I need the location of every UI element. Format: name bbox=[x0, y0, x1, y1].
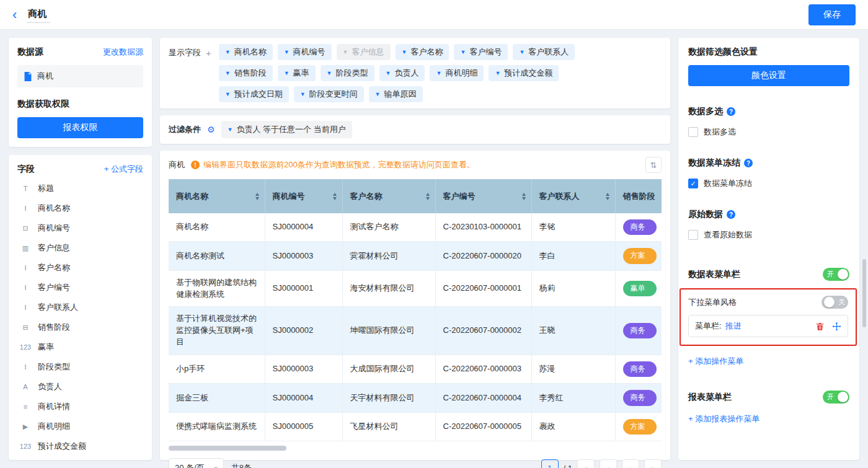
display-field-chip[interactable]: 客户联系人 bbox=[513, 44, 575, 60]
column-header[interactable]: 客户联系人 bbox=[531, 179, 615, 213]
change-datasource-link[interactable]: 更改数据源 bbox=[103, 46, 143, 58]
display-field-chip[interactable]: 客户编号 bbox=[454, 44, 508, 60]
field-list-item[interactable]: ⊡ 商机编号 bbox=[17, 218, 143, 238]
sort-icon[interactable] bbox=[255, 191, 259, 202]
field-list-item[interactable]: 123 预计成交金额 bbox=[17, 436, 143, 456]
field-list-item[interactable]: T 标题 bbox=[17, 179, 143, 198]
display-field-chip[interactable]: 输单原因 bbox=[369, 86, 423, 102]
vertical-scrollbar-thumb[interactable] bbox=[862, 259, 866, 327]
table-menu-toggle[interactable]: 开 bbox=[823, 268, 849, 281]
chevron-down-icon[interactable] bbox=[375, 91, 381, 97]
display-field-chip[interactable]: 销售阶段 bbox=[219, 65, 273, 81]
page-size-select[interactable]: 20 条/页 ▾ bbox=[169, 458, 224, 468]
column-header[interactable]: 客户编号 bbox=[435, 179, 531, 213]
chevron-down-icon[interactable] bbox=[519, 49, 525, 55]
field-list-item[interactable]: I 商机名称 bbox=[17, 198, 143, 218]
chevron-down-icon[interactable] bbox=[495, 70, 500, 76]
table-row[interactable]: 商机名称测试 SJ0000003 蓂霍材料公司 C-20220607-00000… bbox=[169, 242, 662, 270]
add-display-field-icon[interactable]: + bbox=[206, 48, 211, 58]
back-icon[interactable]: ‹ bbox=[12, 8, 17, 22]
multi-select-option[interactable]: 数据多选 bbox=[688, 126, 849, 138]
menu-freeze-checkbox[interactable] bbox=[688, 179, 698, 188]
display-field-chip[interactable]: 赢率 bbox=[278, 65, 316, 81]
chevron-down-icon[interactable] bbox=[225, 49, 231, 55]
add-formula-field-link[interactable]: + 公式字段 bbox=[104, 164, 143, 175]
display-field-chip[interactable]: 预计成交金额 bbox=[489, 65, 559, 81]
display-field-chip[interactable]: 商机编号 bbox=[278, 44, 332, 60]
menu-bar-value[interactable]: 推进 bbox=[725, 320, 742, 332]
sort-icon[interactable] bbox=[426, 191, 430, 202]
filter-condition-chip[interactable]: 负责人 等于任意一个 当前用户 bbox=[221, 121, 352, 138]
chevron-down-icon[interactable] bbox=[386, 70, 391, 76]
display-field-chip[interactable]: 客户信息 bbox=[337, 44, 391, 60]
column-header[interactable]: 销售阶段 bbox=[615, 179, 662, 213]
field-list-item[interactable]: I 客户联系人 bbox=[17, 298, 143, 317]
dropdown-style-toggle[interactable]: 关 bbox=[822, 296, 848, 309]
report-menu-toggle[interactable]: 开 bbox=[823, 391, 849, 404]
field-list-item[interactable]: A 负责人 bbox=[17, 377, 143, 397]
report-permission-button[interactable]: 报表权限 bbox=[17, 117, 143, 138]
chevron-down-icon[interactable] bbox=[402, 49, 407, 55]
table-row[interactable]: 商机名称 SJ0000004 测试客户名称 C-20230103-0000001… bbox=[169, 213, 662, 242]
raw-data-option[interactable]: 查看原始数据 bbox=[688, 229, 849, 241]
help-icon[interactable]: ? bbox=[727, 107, 735, 116]
chevron-down-icon[interactable] bbox=[225, 91, 231, 97]
table-row[interactable]: 基于物联网的建筑结构健康检测系统 SJ0000001 海安材料有限公司 C-20… bbox=[169, 270, 662, 307]
table-row[interactable]: 便携式哮喘病监测系统 SJ0000005 飞星材料公司 C-20220607-0… bbox=[169, 412, 662, 441]
chevron-down-icon[interactable] bbox=[436, 70, 441, 76]
display-field-chip[interactable]: 预计成交日期 bbox=[219, 86, 289, 102]
chevron-down-icon[interactable] bbox=[460, 49, 466, 55]
table-row[interactable]: 掘金三板 SJ0000004 天宇材料有限公司 C-20220607-00000… bbox=[169, 384, 662, 412]
chevron-down-icon[interactable] bbox=[228, 126, 233, 133]
chevron-down-icon[interactable] bbox=[225, 70, 231, 76]
field-list-item[interactable]: ⊟ 销售阶段 bbox=[17, 317, 143, 337]
chevron-down-icon[interactable] bbox=[284, 70, 290, 76]
multi-select-checkbox[interactable] bbox=[688, 127, 698, 137]
chevron-down-icon[interactable] bbox=[343, 49, 348, 55]
raw-data-checkbox[interactable] bbox=[688, 230, 698, 240]
help-icon[interactable]: ? bbox=[744, 159, 753, 167]
chevron-down-icon[interactable] bbox=[284, 49, 290, 55]
next-page-button[interactable]: › bbox=[622, 459, 639, 468]
datasource-item[interactable]: 商机 bbox=[17, 65, 143, 87]
column-header[interactable]: 商机编号 bbox=[265, 179, 342, 213]
display-field-chip[interactable]: 阶段变更时间 bbox=[294, 86, 364, 102]
color-settings-button[interactable]: 颜色设置 bbox=[688, 65, 849, 86]
add-report-action-menu-link[interactable]: + 添加报表操作菜单 bbox=[688, 413, 760, 425]
add-action-menu-link[interactable]: + 添加操作菜单 bbox=[688, 356, 743, 367]
field-list-item[interactable]: 123 赢率 bbox=[17, 337, 143, 357]
table-row[interactable]: 小p手环 SJ0000003 大成国际有限公司 C-20220607-00000… bbox=[169, 355, 662, 384]
column-header[interactable]: 商机名称 bbox=[169, 179, 265, 213]
display-field-chip[interactable]: 负责人 bbox=[379, 65, 425, 81]
field-list-item[interactable]: ▥ 客户信息 bbox=[17, 238, 143, 258]
move-icon[interactable] bbox=[832, 322, 841, 331]
display-field-chip[interactable]: 阶段类型 bbox=[321, 65, 374, 81]
display-field-chip[interactable]: 客户名称 bbox=[396, 44, 450, 60]
display-field-chip[interactable]: 商机明细 bbox=[430, 65, 484, 81]
field-list-item[interactable]: ≡ 商机详情 bbox=[17, 397, 143, 417]
field-list-item[interactable]: I 客户编号 bbox=[17, 278, 143, 298]
display-field-chip[interactable]: 商机名称 bbox=[219, 44, 273, 60]
sort-icon[interactable] bbox=[606, 191, 609, 202]
menu-freeze-option[interactable]: 数据菜单冻结 bbox=[688, 178, 849, 189]
field-list-item[interactable]: ▦ 预计成交日期 bbox=[17, 456, 143, 460]
save-button[interactable]: 保存 bbox=[808, 4, 856, 25]
horizontal-scrollbar-thumb[interactable] bbox=[169, 446, 286, 451]
chevron-down-icon[interactable] bbox=[300, 91, 306, 97]
column-header[interactable]: 客户名称 bbox=[342, 179, 435, 213]
page-title[interactable]: 商机 bbox=[27, 7, 50, 23]
prev-page-button[interactable]: ‹ bbox=[600, 459, 617, 468]
first-page-button[interactable]: « bbox=[577, 459, 595, 468]
menu-bar-item[interactable]: 菜单栏: 推进 bbox=[688, 315, 848, 337]
gear-icon[interactable]: ⚙ bbox=[207, 125, 215, 135]
trash-icon[interactable] bbox=[815, 322, 825, 331]
help-icon[interactable]: ? bbox=[727, 210, 735, 219]
field-list-item[interactable]: I 客户名称 bbox=[17, 258, 143, 278]
horizontal-scrollbar[interactable] bbox=[169, 446, 662, 451]
last-page-button[interactable]: » bbox=[644, 459, 662, 468]
field-list-item[interactable]: I 阶段类型 bbox=[17, 357, 143, 377]
chevron-down-icon[interactable] bbox=[327, 70, 332, 76]
sort-icon[interactable] bbox=[522, 191, 526, 202]
field-list-item[interactable]: ▶ 商机明细 bbox=[17, 417, 143, 436]
table-sort-toggle-button[interactable]: ⇅ bbox=[645, 157, 662, 173]
